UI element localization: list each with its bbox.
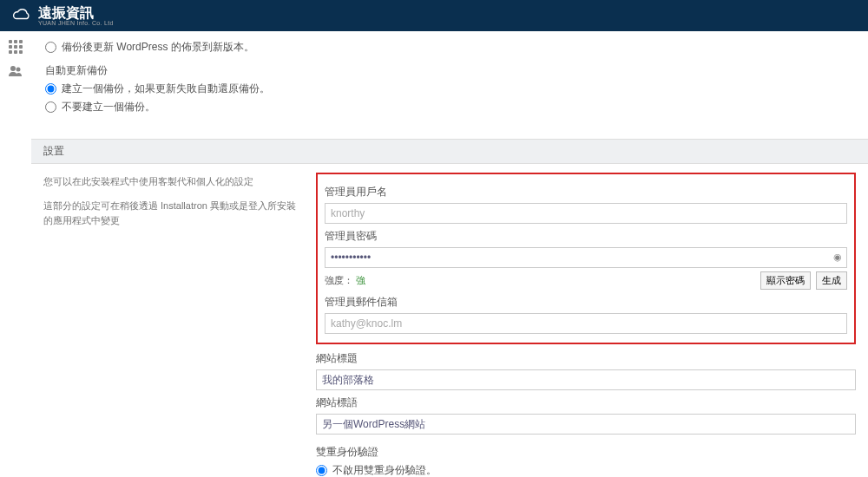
admin-username-label: 管理員用戶名	[325, 185, 847, 199]
backup-update-option[interactable]: 備份後更新 WordPress 的佈景到新版本。	[45, 40, 856, 55]
admin-username-input[interactable]	[325, 203, 847, 224]
brand-name: 遠振資訊	[38, 6, 114, 20]
eye-icon[interactable]: ◉	[833, 252, 842, 263]
admin-credentials-highlight: 管理員用戶名 管理員密碼 ◉ 強度： 強 顯示密碼 生成	[316, 173, 856, 344]
show-password-button[interactable]: 顯示密碼	[760, 271, 811, 290]
option-label: 不要建立一個備份。	[62, 100, 155, 114]
settings-help-text: 您可以在此安裝程式中使用客製代和個人化的設定 這部分的設定可在稍後透過 Inst…	[31, 164, 309, 477]
apps-grid-icon[interactable]	[0, 36, 31, 57]
admin-password-label: 管理員密碼	[325, 229, 847, 244]
site-tagline-label: 網站標語	[316, 395, 856, 410]
help-line-2: 這部分的設定可在稍後透過 Installatron 異動或是登入所安裝的應用程式…	[43, 199, 297, 229]
app-header: 遠振資訊 YUAN JHEN Info. Co. Ltd	[0, 0, 868, 31]
admin-email-input[interactable]	[325, 313, 847, 334]
help-line-1: 您可以在此安裝程式中使用客製代和個人化的設定	[43, 174, 297, 190]
option-label: 建立一個備份，如果更新失敗自動還原備份。	[62, 82, 270, 96]
admin-email-label: 管理員郵件信箱	[325, 295, 847, 310]
main-content: 備份後更新 WordPress 的佈景到新版本。 自動更新備份 建立一個備份，如…	[31, 31, 868, 477]
users-icon[interactable]	[0, 61, 31, 82]
option-label: 備份後更新 WordPress 的佈景到新版本。	[62, 40, 254, 55]
auto-backup-opt1[interactable]: 建立一個備份，如果更新失敗自動還原備份。	[45, 82, 856, 96]
generate-password-button[interactable]: 生成	[816, 271, 847, 290]
site-title-input[interactable]	[316, 369, 856, 390]
left-sidebar	[0, 31, 31, 85]
option-label: 不啟用雙重身份驗證。	[332, 463, 437, 477]
svg-point-0	[10, 66, 16, 71]
cloud-logo-icon	[9, 8, 33, 23]
radio-input[interactable]	[45, 42, 56, 53]
settings-section-header: 設置	[31, 139, 868, 164]
password-strength-label: 強度：	[325, 275, 353, 285]
radio-input[interactable]	[45, 83, 56, 95]
radio-input[interactable]	[45, 101, 56, 113]
two-factor-title: 雙重身份驗證	[316, 445, 856, 460]
svg-point-1	[16, 68, 21, 72]
auto-backup-title: 自動更新備份	[45, 63, 856, 78]
two-factor-opt1[interactable]: 不啟用雙重身份驗證。	[316, 463, 856, 477]
brand-logo: 遠振資訊 YUAN JHEN Info. Co. Ltd	[9, 6, 114, 26]
admin-password-input[interactable]	[325, 247, 847, 268]
password-strength-value: 強	[356, 275, 365, 285]
auto-backup-opt2[interactable]: 不要建立一個備份。	[45, 100, 856, 114]
radio-input[interactable]	[316, 465, 327, 476]
site-tagline-input[interactable]	[316, 414, 856, 435]
site-title-label: 網站標題	[316, 351, 856, 366]
brand-subtitle: YUAN JHEN Info. Co. Ltd	[38, 20, 114, 26]
